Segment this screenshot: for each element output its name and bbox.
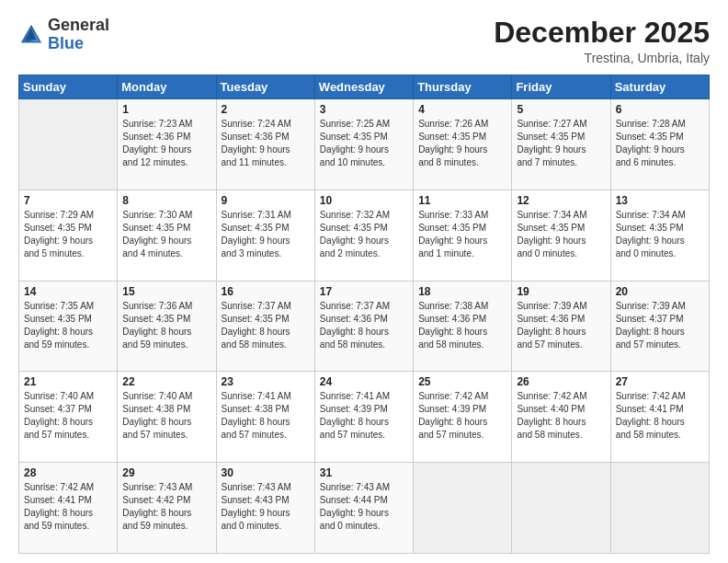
calendar-week-3: 14Sunrise: 7:35 AMSunset: 4:35 PMDayligh… (19, 281, 710, 372)
calendar-week-2: 7Sunrise: 7:29 AMSunset: 4:35 PMDaylight… (19, 190, 710, 281)
day-number: 2 (222, 103, 310, 116)
calendar-cell: 20Sunrise: 7:39 AMSunset: 4:37 PMDayligh… (610, 281, 709, 372)
day-number: 6 (616, 103, 704, 116)
calendar-cell: 31Sunrise: 7:43 AMSunset: 4:44 PMDayligh… (314, 463, 413, 554)
calendar-cell: 29Sunrise: 7:43 AMSunset: 4:42 PMDayligh… (118, 463, 216, 554)
day-number: 26 (517, 375, 605, 388)
calendar-cell: 15Sunrise: 7:36 AMSunset: 4:35 PMDayligh… (118, 281, 216, 372)
header: General Blue December 2025 Trestina, Umb… (18, 17, 710, 65)
month-title: December 2025 (494, 17, 710, 49)
day-detail: Sunrise: 7:33 AMSunset: 4:35 PMDaylight:… (418, 209, 506, 260)
day-detail: Sunrise: 7:34 AMSunset: 4:35 PMDaylight:… (616, 209, 704, 260)
calendar-cell (512, 463, 610, 554)
logo-icon (18, 22, 44, 48)
day-number: 10 (320, 194, 408, 207)
calendar-cell: 18Sunrise: 7:38 AMSunset: 4:36 PMDayligh… (414, 281, 512, 372)
calendar-cell: 10Sunrise: 7:32 AMSunset: 4:35 PMDayligh… (314, 190, 413, 281)
day-detail: Sunrise: 7:23 AMSunset: 4:36 PMDaylight:… (122, 118, 210, 169)
calendar-cell: 16Sunrise: 7:37 AMSunset: 4:35 PMDayligh… (216, 281, 314, 372)
header-sunday: Sunday (19, 75, 118, 99)
calendar-cell (610, 463, 709, 554)
day-detail: Sunrise: 7:28 AMSunset: 4:35 PMDaylight:… (616, 118, 704, 169)
day-detail: Sunrise: 7:27 AMSunset: 4:35 PMDaylight:… (517, 118, 605, 169)
calendar-cell: 22Sunrise: 7:40 AMSunset: 4:38 PMDayligh… (118, 372, 216, 463)
day-number: 1 (122, 103, 210, 116)
day-detail: Sunrise: 7:42 AMSunset: 4:41 PMDaylight:… (616, 390, 704, 442)
header-monday: Monday (118, 75, 216, 99)
location: Trestina, Umbria, Italy (494, 51, 710, 65)
header-thursday: Thursday (414, 75, 512, 99)
day-detail: Sunrise: 7:42 AMSunset: 4:39 PMDaylight:… (418, 390, 506, 442)
day-number: 24 (320, 375, 408, 388)
calendar-cell (19, 99, 118, 190)
day-number: 19 (517, 285, 605, 298)
day-detail: Sunrise: 7:39 AMSunset: 4:36 PMDaylight:… (517, 300, 605, 351)
day-detail: Sunrise: 7:40 AMSunset: 4:37 PMDaylight:… (24, 390, 112, 442)
day-number: 11 (418, 194, 506, 207)
day-detail: Sunrise: 7:31 AMSunset: 4:35 PMDaylight:… (222, 209, 310, 260)
calendar-cell: 23Sunrise: 7:41 AMSunset: 4:38 PMDayligh… (216, 372, 314, 463)
day-number: 15 (122, 285, 210, 298)
day-number: 25 (418, 375, 506, 388)
calendar-cell: 5Sunrise: 7:27 AMSunset: 4:35 PMDaylight… (512, 99, 610, 190)
calendar-cell: 9Sunrise: 7:31 AMSunset: 4:35 PMDaylight… (216, 190, 314, 281)
day-detail: Sunrise: 7:29 AMSunset: 4:35 PMDaylight:… (24, 209, 112, 260)
day-detail: Sunrise: 7:42 AMSunset: 4:40 PMDaylight:… (517, 390, 605, 442)
calendar-cell (414, 463, 512, 554)
day-detail: Sunrise: 7:36 AMSunset: 4:35 PMDaylight:… (122, 300, 210, 351)
day-detail: Sunrise: 7:38 AMSunset: 4:36 PMDaylight:… (418, 300, 506, 351)
day-detail: Sunrise: 7:41 AMSunset: 4:39 PMDaylight:… (320, 390, 408, 442)
day-detail: Sunrise: 7:40 AMSunset: 4:38 PMDaylight:… (122, 390, 210, 442)
header-tuesday: Tuesday (216, 75, 314, 99)
calendar-cell: 25Sunrise: 7:42 AMSunset: 4:39 PMDayligh… (414, 372, 512, 463)
calendar-week-5: 28Sunrise: 7:42 AMSunset: 4:41 PMDayligh… (19, 463, 710, 554)
calendar-cell: 13Sunrise: 7:34 AMSunset: 4:35 PMDayligh… (610, 190, 709, 281)
day-number: 28 (24, 466, 112, 479)
day-detail: Sunrise: 7:37 AMSunset: 4:36 PMDaylight:… (320, 300, 408, 351)
day-number: 14 (24, 285, 112, 298)
day-detail: Sunrise: 7:35 AMSunset: 4:35 PMDaylight:… (24, 300, 112, 351)
calendar-cell: 17Sunrise: 7:37 AMSunset: 4:36 PMDayligh… (314, 281, 413, 372)
header-wednesday: Wednesday (314, 75, 413, 99)
day-detail: Sunrise: 7:43 AMSunset: 4:44 PMDaylight:… (320, 481, 408, 533)
day-number: 20 (616, 285, 704, 298)
logo-general-text: General (48, 16, 109, 34)
calendar-body: 1Sunrise: 7:23 AMSunset: 4:36 PMDaylight… (19, 99, 710, 554)
logo-text: General Blue (48, 17, 109, 53)
day-detail: Sunrise: 7:24 AMSunset: 4:36 PMDaylight:… (222, 118, 310, 169)
calendar-cell: 26Sunrise: 7:42 AMSunset: 4:40 PMDayligh… (512, 372, 610, 463)
day-number: 9 (222, 194, 310, 207)
day-number: 12 (517, 194, 605, 207)
calendar-cell: 8Sunrise: 7:30 AMSunset: 4:35 PMDaylight… (118, 190, 216, 281)
calendar-cell: 19Sunrise: 7:39 AMSunset: 4:36 PMDayligh… (512, 281, 610, 372)
day-detail: Sunrise: 7:32 AMSunset: 4:35 PMDaylight:… (320, 209, 408, 260)
day-number: 27 (616, 375, 704, 388)
logo: General Blue (18, 17, 109, 53)
day-number: 3 (320, 103, 408, 116)
calendar-cell: 6Sunrise: 7:28 AMSunset: 4:35 PMDaylight… (610, 99, 709, 190)
day-number: 22 (122, 375, 210, 388)
calendar-week-1: 1Sunrise: 7:23 AMSunset: 4:36 PMDaylight… (19, 99, 710, 190)
calendar-cell: 2Sunrise: 7:24 AMSunset: 4:36 PMDaylight… (216, 99, 314, 190)
calendar-cell: 12Sunrise: 7:34 AMSunset: 4:35 PMDayligh… (512, 190, 610, 281)
day-number: 13 (616, 194, 704, 207)
day-number: 4 (418, 103, 506, 116)
calendar-cell: 4Sunrise: 7:26 AMSunset: 4:35 PMDaylight… (414, 99, 512, 190)
calendar-cell: 3Sunrise: 7:25 AMSunset: 4:35 PMDaylight… (314, 99, 413, 190)
day-number: 31 (320, 466, 408, 479)
calendar-cell: 27Sunrise: 7:42 AMSunset: 4:41 PMDayligh… (610, 372, 709, 463)
day-number: 17 (320, 285, 408, 298)
day-detail: Sunrise: 7:39 AMSunset: 4:37 PMDaylight:… (616, 300, 704, 351)
logo-blue-text: Blue (48, 34, 84, 52)
page: General Blue December 2025 Trestina, Umb… (0, 0, 728, 563)
calendar-cell: 24Sunrise: 7:41 AMSunset: 4:39 PMDayligh… (314, 372, 413, 463)
day-detail: Sunrise: 7:43 AMSunset: 4:42 PMDaylight:… (122, 481, 210, 533)
calendar-cell: 11Sunrise: 7:33 AMSunset: 4:35 PMDayligh… (414, 190, 512, 281)
calendar-cell: 30Sunrise: 7:43 AMSunset: 4:43 PMDayligh… (216, 463, 314, 554)
day-number: 18 (418, 285, 506, 298)
day-number: 5 (517, 103, 605, 116)
day-detail: Sunrise: 7:41 AMSunset: 4:38 PMDaylight:… (222, 390, 310, 442)
day-number: 29 (122, 466, 210, 479)
day-number: 8 (122, 194, 210, 207)
day-detail: Sunrise: 7:26 AMSunset: 4:35 PMDaylight:… (418, 118, 506, 169)
